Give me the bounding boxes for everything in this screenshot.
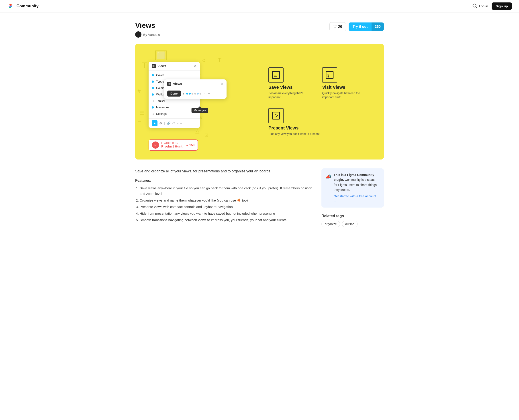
svg-text:#: # xyxy=(327,75,329,78)
content-main: Save and organize all of your views, for… xyxy=(135,168,312,227)
deco-circle: ○ xyxy=(202,57,206,63)
deco-image: ⊡ xyxy=(204,133,208,138)
try-button-count: 260 xyxy=(372,22,384,31)
search-icon xyxy=(472,3,477,8)
login-button[interactable]: Log in xyxy=(479,4,488,8)
hero-left: ⬜ T ○ T ☆ # # ☰ ☰ # △ ⊡ Views ✕ xyxy=(135,44,255,159)
dot-empty xyxy=(152,100,154,102)
plus-icon[interactable]: + xyxy=(180,121,182,125)
figma-logo-icon xyxy=(7,3,14,10)
megaphone-icon: 📣 xyxy=(325,173,332,181)
dot-active xyxy=(152,87,154,89)
feature-visit: OT # Visit Views Quickly navigate betwee… xyxy=(322,68,371,99)
nav-next[interactable]: › xyxy=(204,92,205,95)
like-count: 26 xyxy=(338,25,342,29)
info-box-link[interactable]: Get started with a free account → xyxy=(334,195,376,203)
list-item: Save views anywhere in your file so you … xyxy=(140,185,312,197)
heart-icon: ♡ xyxy=(333,24,337,29)
navbar-title: Community xyxy=(16,4,39,8)
feature-save: Save Views Bookmark everything that's im… xyxy=(268,68,309,99)
plugin-close-1[interactable]: ✕ xyxy=(194,64,197,68)
plugin-window-icon-1 xyxy=(152,64,156,68)
info-box-text: This is a Figma Community plugin. Commun… xyxy=(334,172,380,203)
try-button-label: Try it out xyxy=(349,22,372,31)
list-item: Cover xyxy=(148,72,200,78)
ph-name: Product Hunt xyxy=(161,144,182,148)
like-button[interactable]: ♡ 26 xyxy=(329,22,346,31)
plugin-window-2: Views ✕ Done ‹ › + xyxy=(164,79,226,99)
description-text: Save and organize all of your views, for… xyxy=(135,168,312,174)
present-views-icon xyxy=(268,108,284,123)
deco-lines: ☰ xyxy=(140,111,144,115)
undo-icon[interactable]: ↺ xyxy=(172,121,175,125)
done-button[interactable]: Done xyxy=(167,90,181,97)
deco-hash1: # xyxy=(137,88,140,94)
author-name: By Vanpaio xyxy=(143,33,160,37)
plugin-window-title-2: Views xyxy=(173,82,221,86)
visit-views-desc: Quickly navigate between the important s… xyxy=(322,91,371,99)
nav-dot-empty xyxy=(194,93,196,95)
tooltip: Messages xyxy=(192,108,208,113)
info-box-header: 📣 This is a Figma Community plugin. Comm… xyxy=(325,172,380,203)
page-title: Views xyxy=(135,21,329,30)
navbar: Community Log in Sign up xyxy=(0,0,519,12)
plugin-window-header-2: Views ✕ xyxy=(164,79,226,88)
signup-button[interactable]: Sign up xyxy=(492,2,512,10)
play-icon xyxy=(153,122,156,125)
ph-arrow: ▲ xyxy=(186,143,189,147)
link-icon[interactable]: 🔗 xyxy=(167,121,170,125)
settings-icon[interactable]: ⚙ xyxy=(159,121,162,125)
play-button[interactable] xyxy=(152,120,157,126)
page-container: Views By Vanpaio ♡ 26 Try it out 260 ⬜ T… xyxy=(128,12,391,227)
related-tags-section: Related tags organize outline xyxy=(321,214,384,227)
plugin-author: By Vanpaio xyxy=(135,31,329,38)
ph-count-value: 150 xyxy=(189,143,194,147)
deco-hash3: # xyxy=(200,115,202,120)
try-button[interactable]: Try it out 260 xyxy=(349,22,384,31)
ph-text: FEATURED ON Product Hunt xyxy=(161,142,182,148)
visit-views-icon: OT # xyxy=(322,68,337,82)
info-box: 📣 This is a Figma Community plugin. Comm… xyxy=(321,168,384,208)
deco-square: ⬜ xyxy=(155,51,167,60)
nav-plus[interactable]: + xyxy=(208,91,210,96)
deco-lines2: ☰ xyxy=(137,120,141,124)
save-views-title: Save Views xyxy=(268,85,309,90)
tag-outline[interactable]: outline xyxy=(342,221,358,227)
features-label: Features: xyxy=(135,179,312,183)
feature-row-top: Save Views Bookmark everything that's im… xyxy=(268,68,371,99)
tag-organize[interactable]: organize xyxy=(321,221,340,227)
nav-dot xyxy=(189,93,191,95)
dot-active xyxy=(152,74,154,76)
deco-triangle: △ xyxy=(195,128,199,134)
ph-featured: FEATURED ON xyxy=(161,142,182,144)
plugin-toolbar-1: ⚙ | 🔗 ↺ − + xyxy=(148,118,200,128)
visit-views-title: Visit Views xyxy=(322,85,371,90)
search-button[interactable] xyxy=(470,1,479,11)
feature-row-bottom: Present Views Hide any view you don't wa… xyxy=(268,108,371,136)
dot-active xyxy=(152,81,154,83)
nav-dot-light xyxy=(197,93,199,95)
plugin-close-2[interactable]: ✕ xyxy=(221,82,224,86)
plugin-window-icon-2 xyxy=(167,82,171,86)
present-views-desc: Hide any view you don't want to present xyxy=(268,132,319,136)
product-hunt-badge[interactable]: P FEATURED ON Product Hunt ▲ 150 xyxy=(148,140,198,150)
features-list: Save views anywhere in your file so you … xyxy=(135,185,312,223)
ph-icon: P xyxy=(152,142,159,149)
plugin-nav-row: Done ‹ › + Messages xyxy=(164,88,226,99)
nav-prev[interactable]: ‹ xyxy=(183,92,184,95)
divider-icon: | xyxy=(164,121,165,125)
nav-dots xyxy=(186,93,201,95)
list-item: Presente views with compact controls and… xyxy=(140,204,312,210)
list-item: Organize views and name them whatever yo… xyxy=(140,198,312,203)
nav-dot-empty xyxy=(192,93,193,95)
plugin-window-header-1: Views ✕ xyxy=(148,62,200,70)
content-sidebar: 📣 This is a Figma Community plugin. Comm… xyxy=(321,168,384,227)
ph-count: ▲ 150 xyxy=(186,143,194,147)
logo-wrap: Community xyxy=(7,3,39,10)
plugin-window-title-1: Views xyxy=(157,64,194,68)
present-views-title: Present Views xyxy=(268,126,319,131)
minus-icon[interactable]: − xyxy=(177,121,178,125)
save-views-icon xyxy=(268,68,284,82)
dot-active xyxy=(152,106,154,109)
save-views-desc: Bookmark everything that's important xyxy=(268,91,309,99)
